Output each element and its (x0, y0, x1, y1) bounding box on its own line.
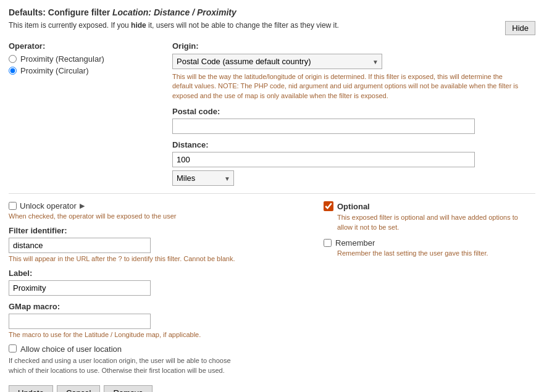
distance-input[interactable] (172, 152, 475, 167)
exposed-text: This item is currently exposed. If you h… (9, 21, 339, 30)
origin-select[interactable]: Postal Code (assume default country) Pag… (172, 54, 382, 69)
postal-code-section: Postal code: (172, 107, 535, 134)
operator-label-rectangular: Proximity (Rectangular) (20, 54, 104, 64)
gmap-section: GMap macro: The macro to use for the Lat… (9, 302, 311, 338)
operator-radio-rectangular[interactable] (9, 55, 17, 63)
update-button[interactable]: Update (9, 385, 53, 392)
unlock-operator-helper: When checked, the operator will be expos… (9, 212, 311, 220)
divider (9, 193, 535, 194)
distance-section: Distance: Miles Kilometers ▼ (172, 140, 535, 186)
origin-note: This will be the way the latitude/longit… (172, 72, 524, 101)
unlock-operator-checkbox[interactable] (9, 202, 17, 210)
postal-code-label: Postal code: (172, 107, 535, 116)
remember-label: Remember (335, 238, 375, 248)
title-prefix: Defaults: Configure filter (9, 7, 112, 17)
page-title: Defaults: Configure filter Location: Dis… (9, 7, 535, 17)
bottom-left: Unlock operator ▶ When checked, the oper… (9, 201, 324, 392)
operator-label: Operator: (9, 41, 166, 51)
operator-label-circular: Proximity (Circular) (20, 66, 89, 75)
bottom-right: Optional This exposed filter is optional… (324, 201, 535, 392)
exposed-notice: This item is currently exposed. If you h… (9, 21, 535, 35)
page-container: Defaults: Configure filter Location: Dis… (0, 0, 544, 392)
filter-identifier-input[interactable] (9, 238, 151, 253)
action-buttons: Update Cancel Remove (9, 385, 311, 392)
title-em: Location: Distance / Proximity (112, 7, 236, 17)
allow-choice-label: Allow choice of user location (20, 344, 122, 354)
unlock-operator-label: Unlock operator (20, 201, 77, 211)
operator-section: Operator: Proximity (Rectangular) Proxim… (9, 41, 172, 186)
operator-radio-circular[interactable] (9, 67, 17, 75)
allow-choice-helper: If checked and using a user location ori… (9, 356, 237, 375)
label-input[interactable] (9, 280, 151, 296)
origin-section: Origin: Postal Code (assume default coun… (172, 41, 535, 186)
unlock-operator-row: Unlock operator ▶ (9, 201, 311, 211)
allow-choice-row: Allow choice of user location (9, 344, 311, 354)
optional-row: Optional (324, 201, 535, 211)
cancel-button[interactable]: Cancel (57, 385, 100, 392)
filter-identifier-helper: This will appear in the URL after the ? … (9, 255, 311, 262)
gmap-label: GMap macro: (9, 302, 311, 311)
filter-identifier-section: Filter identifier: This will appear in t… (9, 226, 311, 262)
remember-checkbox[interactable] (324, 239, 332, 247)
label-section: Label: (9, 269, 311, 296)
unit-select-wrapper: Miles Kilometers ▼ (172, 170, 234, 186)
filter-identifier-label: Filter identifier: (9, 226, 311, 235)
hide-button[interactable]: Hide (505, 21, 535, 35)
postal-code-input[interactable] (172, 119, 475, 134)
remove-button[interactable]: Remove (104, 385, 152, 392)
origin-select-wrapper: Postal Code (assume default country) Pag… (172, 54, 382, 69)
optional-helper: This exposed filter is optional and will… (337, 213, 522, 232)
bottom-section: Unlock operator ▶ When checked, the oper… (9, 201, 535, 392)
unit-select[interactable]: Miles Kilometers (172, 170, 234, 186)
gmap-helper: The macro to use for the Latitude / Long… (9, 331, 311, 338)
operator-radio-group: Proximity (Rectangular) Proximity (Circu… (9, 54, 166, 75)
hide-word: hide (131, 21, 146, 30)
gmap-input[interactable] (9, 314, 151, 329)
label-field-label: Label: (9, 269, 311, 278)
unlock-operator-arrow: ▶ (80, 202, 85, 210)
origin-label: Origin: (172, 41, 535, 51)
remember-row: Remember (324, 238, 535, 248)
optional-label: Optional (337, 202, 370, 211)
distance-label: Distance: (172, 140, 535, 149)
operator-option-1: Proximity (Rectangular) (9, 54, 166, 64)
allow-choice-checkbox[interactable] (9, 344, 17, 352)
remember-helper: Remember the last setting the user gave … (337, 249, 522, 257)
optional-checkbox[interactable] (324, 201, 333, 211)
allow-choice-section: Allow choice of user location If checked… (9, 344, 311, 375)
main-row: Operator: Proximity (Rectangular) Proxim… (9, 41, 535, 186)
operator-option-2: Proximity (Circular) (9, 66, 166, 75)
